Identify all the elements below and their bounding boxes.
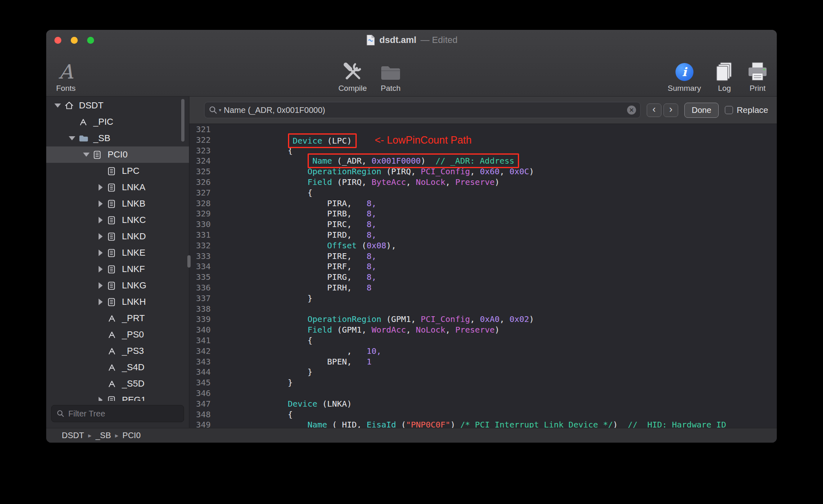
code-token: ): [421, 156, 436, 166]
disclosure-triangle-icon[interactable]: [94, 217, 107, 223]
patch-folder-icon: [380, 59, 402, 83]
tree-item-_prt[interactable]: _PRT: [46, 310, 189, 326]
log-button[interactable]: Log: [713, 59, 735, 93]
code-token: Preserve: [455, 325, 495, 335]
tree-item-lnkf[interactable]: LNKF: [46, 261, 189, 277]
code-token: 8,: [367, 198, 376, 208]
tree-item-label: _PIC: [93, 117, 113, 127]
disclosure-triangle-icon[interactable]: [94, 282, 107, 289]
breadcrumb-item[interactable]: DSDT: [62, 431, 84, 440]
code-text: Offset (0x08),: [216, 241, 396, 251]
code-token: ,: [499, 314, 509, 324]
tree-item-peg1[interactable]: PEG1: [46, 392, 189, 401]
code-text: }: [216, 378, 293, 388]
search-icon: [56, 410, 65, 418]
compile-tools-icon: [342, 59, 364, 83]
sidebar-scrollbar-thumb[interactable]: [181, 99, 184, 142]
tree-item-label: LNKC: [122, 215, 146, 225]
tree-item-label: LNKF: [122, 264, 145, 274]
line-number: 330: [189, 219, 216, 230]
zoom-window-button[interactable]: [87, 37, 94, 44]
device-icon: [107, 248, 119, 258]
tree-item-_s4d[interactable]: _S4D: [46, 359, 189, 376]
highlight-box: Name (_ADR, 0x001F0000) // _ADR: Address: [308, 153, 519, 168]
method-icon: [107, 314, 119, 323]
device-icon: [107, 216, 119, 225]
tree-item-_s5d[interactable]: _S5D: [46, 376, 189, 392]
tree-item-_pic[interactable]: _PIC: [46, 114, 189, 130]
code-text: PIRF, 8,: [216, 261, 376, 272]
print-button[interactable]: Print: [747, 59, 769, 93]
tree-item-lnkb[interactable]: LNKB: [46, 196, 189, 212]
disclosure-triangle-icon[interactable]: [94, 200, 107, 207]
disclosure-triangle-icon[interactable]: [65, 136, 79, 140]
code-token: (LNKA): [317, 399, 352, 409]
tree-item-lnka[interactable]: LNKA: [46, 179, 189, 196]
code-token: Offset: [327, 241, 357, 250]
code-text: OperationRegion (PIRQ, PCI_Config, 0x60,…: [216, 166, 534, 177]
device-icon: [107, 199, 119, 209]
code-line: 343 BPEN, 1: [189, 357, 777, 367]
code-text: PIRH, 8: [216, 283, 371, 293]
code-token: (_HID,: [327, 420, 367, 428]
breadcrumb-separator-icon: ▸: [115, 432, 118, 439]
tree-item-_sb[interactable]: _SB: [46, 130, 189, 146]
disclosure-triangle-icon[interactable]: [51, 104, 64, 108]
find-next-button[interactable]: ›: [663, 104, 678, 117]
disclosure-triangle-icon[interactable]: [94, 266, 107, 272]
done-button[interactable]: Done: [684, 103, 719, 118]
tree-item-lnkc[interactable]: LNKC: [46, 212, 189, 228]
disclosure-triangle-icon[interactable]: [94, 397, 107, 401]
replace-checkbox[interactable]: [725, 106, 733, 114]
code-token: ,: [406, 177, 416, 187]
replace-label: Replace: [737, 105, 768, 115]
method-icon: [107, 379, 119, 389]
code-token: PIRE,: [229, 251, 367, 261]
disclosure-triangle-icon[interactable]: [94, 233, 107, 240]
tree-item-lnkh[interactable]: LNKH: [46, 294, 189, 310]
breadcrumb-item[interactable]: _SB: [95, 431, 111, 440]
sidebar: DSDT_PIC_SBPCI0LPCLNKALNKBLNKCLNKDLNKELN…: [46, 97, 189, 428]
code-token: [229, 166, 308, 176]
code-token: ByteAcc: [371, 177, 406, 187]
code-line: 321: [189, 124, 777, 135]
filter-tree-field[interactable]: Filter Tree: [51, 405, 184, 422]
splitter-handle[interactable]: [187, 255, 191, 268]
tree-item-lnkd[interactable]: LNKD: [46, 228, 189, 245]
device-icon: [107, 281, 119, 290]
device-icon: [107, 166, 119, 176]
code-token: Device: [293, 136, 322, 146]
code-token: 1: [367, 357, 371, 367]
line-number: 333: [189, 251, 216, 262]
breadcrumb-item[interactable]: PCI0: [122, 431, 140, 440]
code-token: (_ADR,: [332, 156, 371, 166]
filter-tree-placeholder: Filter Tree: [68, 409, 105, 418]
fonts-button[interactable]: A Fonts: [56, 59, 76, 93]
code-token: 8,: [367, 219, 376, 229]
code-text: PIRE, 8,: [216, 251, 376, 262]
minimize-window-button[interactable]: [71, 37, 78, 44]
code-area[interactable]: 321322 Device (LPC)<- LowPinCount Path32…: [189, 124, 777, 428]
summary-button[interactable]: i Summary: [668, 59, 701, 93]
disclosure-triangle-icon[interactable]: [94, 299, 107, 305]
disclosure-triangle-icon[interactable]: [94, 184, 107, 191]
compile-button[interactable]: Compile: [338, 59, 367, 93]
tree-item-pci0[interactable]: PCI0: [46, 146, 189, 163]
tree-item-_ps3[interactable]: _PS3: [46, 343, 189, 359]
code-text: Field (GPM1, WordAcc, NoLock, Preserve): [216, 325, 499, 335]
tree-item-lpc[interactable]: LPC: [46, 163, 189, 179]
tree-item-lnke[interactable]: LNKE: [46, 245, 189, 261]
search-field[interactable]: ▾ Name (_ADR, 0x001F0000) ✕: [204, 102, 641, 118]
code-text: [216, 304, 229, 315]
tree-item-_ps0[interactable]: _PS0: [46, 326, 189, 343]
clear-search-button[interactable]: ✕: [627, 106, 636, 115]
disclosure-triangle-icon[interactable]: [80, 153, 93, 157]
tree-item-dsdt[interactable]: DSDT: [46, 97, 189, 114]
disclosure-triangle-icon[interactable]: [94, 250, 107, 256]
tree-item-label: LNKB: [122, 198, 145, 209]
tree-item-lnkg[interactable]: LNKG: [46, 277, 189, 294]
close-window-button[interactable]: [54, 37, 61, 44]
code-token: (: [357, 241, 367, 250]
patch-button[interactable]: Patch: [380, 59, 402, 93]
find-previous-button[interactable]: ‹: [647, 104, 661, 117]
